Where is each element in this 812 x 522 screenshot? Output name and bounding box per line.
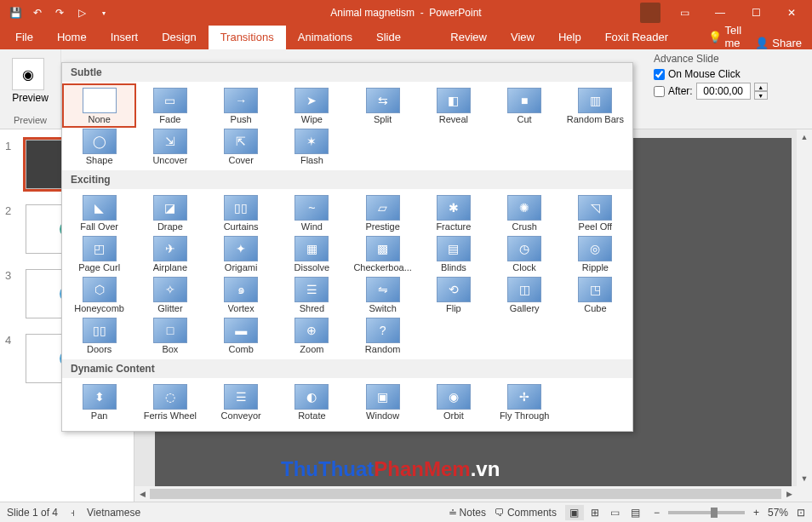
- tab-file[interactable]: File: [3, 26, 45, 49]
- save-icon[interactable]: 💾: [5, 3, 26, 23]
- transition-peel-off[interactable]: ◹Peel Off: [560, 192, 631, 233]
- transition-rotate[interactable]: ◐Rotate: [277, 381, 347, 422]
- transition-orbit[interactable]: ◉Orbit: [418, 381, 489, 422]
- transition-cover[interactable]: ⇱Cover: [206, 126, 277, 167]
- fit-to-window-icon[interactable]: ⊡: [797, 507, 805, 519]
- transition-honeycomb[interactable]: ⬡Honeycomb: [64, 274, 134, 315]
- transition-page-curl[interactable]: ◰Page Curl: [64, 233, 134, 274]
- transition-doors[interactable]: ▯▯Doors: [64, 315, 134, 356]
- minimize-icon[interactable]: —: [703, 0, 737, 26]
- zoom-in-icon[interactable]: +: [753, 507, 759, 519]
- comments-button[interactable]: 🗨 Comments: [495, 507, 557, 519]
- transition-comb[interactable]: ▬Comb: [206, 315, 277, 356]
- ribbon-options-icon[interactable]: ▭: [667, 0, 701, 26]
- tab-help[interactable]: Help: [546, 26, 593, 49]
- redo-icon[interactable]: ↷: [49, 3, 70, 23]
- transition-push[interactable]: →Push: [206, 85, 277, 126]
- close-icon[interactable]: ✕: [775, 0, 809, 26]
- reading-view-icon[interactable]: ▭: [606, 505, 625, 520]
- transition-fracture[interactable]: ✱Fracture: [418, 192, 489, 233]
- transition-reveal[interactable]: ◧Reveal: [418, 85, 489, 126]
- tab-transitions[interactable]: Transitions: [209, 26, 286, 49]
- tab-animations[interactable]: Animations: [286, 26, 364, 49]
- transition-shred[interactable]: ☰Shred: [277, 274, 347, 315]
- zoom-level[interactable]: 57%: [768, 507, 788, 519]
- undo-icon[interactable]: ↶: [27, 3, 48, 23]
- statusbar: Slide 1 of 4 ⫞ Vietnamese ≐ Notes 🗨 Comm…: [0, 502, 812, 522]
- spellcheck-icon[interactable]: ⫞: [70, 507, 75, 519]
- transition-fly-through[interactable]: ✢Fly Through: [489, 381, 560, 422]
- zoom-slider[interactable]: [668, 511, 745, 514]
- transition-icon: ◐: [294, 384, 329, 410]
- tab-slideshow[interactable]: Slide Show: [364, 26, 438, 49]
- transition-uncover[interactable]: ⇲Uncover: [134, 126, 205, 167]
- qat-dropdown-icon[interactable]: ▾: [94, 3, 114, 23]
- transition-wind[interactable]: ~Wind: [277, 192, 347, 233]
- transition-shape[interactable]: ◯Shape: [64, 126, 134, 167]
- transition-glitter[interactable]: ✧Glitter: [134, 274, 205, 315]
- transition-cube[interactable]: ◳Cube: [560, 274, 631, 315]
- transition-blinds[interactable]: ▤Blinds: [418, 233, 489, 274]
- avatar[interactable]: [640, 3, 660, 23]
- after-time-input[interactable]: [696, 83, 751, 100]
- tell-me[interactable]: 💡Tell me: [708, 24, 756, 49]
- share-button[interactable]: 👤Share: [755, 37, 802, 49]
- transition-prestige[interactable]: ▱Prestige: [347, 192, 418, 233]
- normal-view-icon[interactable]: ▣: [565, 505, 584, 520]
- transition-crush[interactable]: ✺Crush: [489, 192, 560, 233]
- after-time-spinner[interactable]: ▲▼: [754, 83, 768, 100]
- start-from-beginning-icon[interactable]: ▷: [71, 3, 92, 23]
- transition-switch[interactable]: ⇋Switch: [347, 274, 418, 315]
- tab-view[interactable]: View: [499, 26, 546, 49]
- transition-fade[interactable]: ▭Fade: [134, 85, 205, 126]
- transition-random[interactable]: ?Random: [347, 315, 418, 356]
- transition-checkerboa-[interactable]: ▩Checkerboa...: [347, 233, 418, 274]
- transition-dissolve[interactable]: ▦Dissolve: [277, 233, 347, 274]
- transition-origami[interactable]: ✦Origami: [206, 233, 277, 274]
- transition-vortex[interactable]: ๑Vortex: [206, 274, 277, 315]
- thumbnail-number: 2: [5, 204, 19, 217]
- language-label[interactable]: Vietnamese: [87, 507, 140, 519]
- tab-foxit[interactable]: Foxit Reader PDF: [593, 26, 698, 49]
- transition-wipe[interactable]: ➤Wipe: [277, 85, 347, 126]
- transition-flash[interactable]: ✶Flash: [277, 126, 347, 167]
- transition-gallery[interactable]: ◫Gallery: [489, 274, 560, 315]
- transition-zoom[interactable]: ⊕Zoom: [277, 315, 347, 356]
- transition-clock[interactable]: ◷Clock: [489, 233, 560, 274]
- transition-curtains[interactable]: ▯▯Curtains: [206, 192, 277, 233]
- after-checkbox[interactable]: [654, 86, 665, 97]
- sorter-view-icon[interactable]: ⊞: [586, 505, 604, 520]
- transition-conveyor[interactable]: ☰Conveyor: [206, 381, 277, 422]
- notes-button[interactable]: ≐ Notes: [449, 507, 486, 519]
- transition-icon: ✺: [507, 195, 541, 221]
- transition-fall-over[interactable]: ◣Fall Over: [64, 192, 134, 233]
- transition-label: Pan: [91, 410, 108, 421]
- transition-ferris-wheel[interactable]: ◌Ferris Wheel: [134, 381, 205, 422]
- transition-icon: ✧: [153, 277, 187, 302]
- tab-design[interactable]: Design: [150, 26, 208, 49]
- tab-review[interactable]: Review: [438, 26, 499, 49]
- maximize-icon[interactable]: ☐: [739, 0, 773, 26]
- transition-random-bars[interactable]: ▥Random Bars: [560, 85, 631, 126]
- on-mouse-click-checkbox[interactable]: [654, 69, 665, 80]
- zoom-out-icon[interactable]: −: [654, 507, 660, 519]
- transition-window[interactable]: ▣Window: [347, 381, 418, 422]
- tab-home[interactable]: Home: [45, 26, 99, 49]
- transition-split[interactable]: ⇆Split: [347, 85, 418, 126]
- transition-ripple[interactable]: ◎Ripple: [560, 233, 631, 274]
- preview-button[interactable]: ◉ Preview: [12, 53, 49, 104]
- transition-cut[interactable]: ■Cut: [489, 85, 560, 126]
- vertical-scrollbar[interactable]: ▲▼: [797, 129, 812, 502]
- transition-icon: ◯: [83, 129, 117, 154]
- transition-flip[interactable]: ⟲Flip: [418, 274, 489, 315]
- horizontal-scrollbar[interactable]: ◀▶: [134, 486, 797, 502]
- transition-pan[interactable]: ⬍Pan: [64, 381, 134, 422]
- transition-drape[interactable]: ◪Drape: [134, 192, 205, 233]
- transition-icon: ✶: [294, 129, 329, 154]
- slideshow-view-icon[interactable]: ▤: [626, 505, 645, 520]
- tab-insert[interactable]: Insert: [99, 26, 151, 49]
- transition-icon: ◷: [507, 236, 541, 261]
- transition-airplane[interactable]: ✈Airplane: [134, 233, 205, 274]
- transition-none[interactable]: None: [64, 85, 134, 126]
- transition-box[interactable]: □Box: [134, 315, 205, 356]
